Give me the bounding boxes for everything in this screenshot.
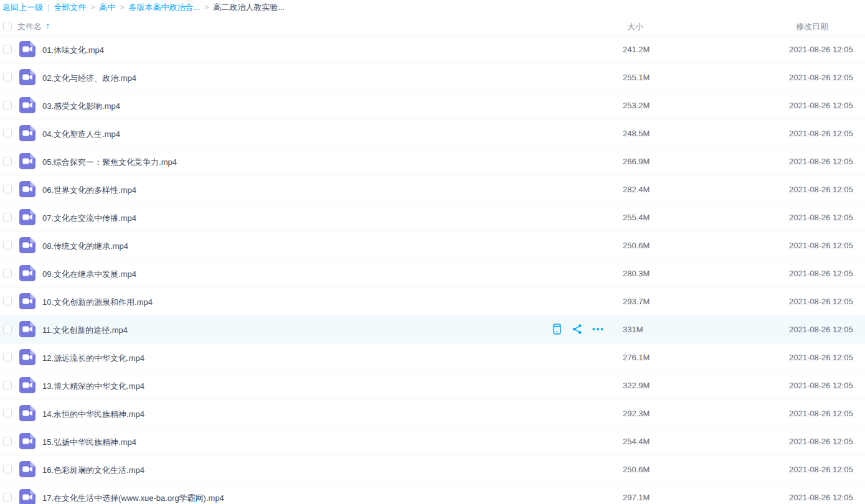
file-row[interactable]: 10.文化创新的源泉和作用.mp4 bbox=[0, 287, 865, 315]
file-row[interactable]: 14.永恒的中华民族精神.mp4 bbox=[0, 399, 865, 427]
back-to-parent-link[interactable]: 返回上一级 bbox=[2, 2, 43, 12]
file-row[interactable]: 02.文化与经济、政治.mp4 bbox=[0, 63, 865, 91]
file-name-link[interactable]: 06.世界文化的多样性.mp4 bbox=[42, 185, 136, 196]
file-size: 250.6M bbox=[623, 241, 650, 250]
file-row[interactable]: 05.综合探究一：聚焦文化竞争力.mp4 bbox=[0, 147, 865, 175]
file-row[interactable]: 17.在文化生活中选择(www.xue-ba.org学霸网).mp4 bbox=[0, 483, 865, 504]
file-name-link[interactable]: 16.色彩斑斓的文化生活.mp4 bbox=[42, 465, 144, 476]
file-modified-date: 2021-08-26 12:05 bbox=[789, 213, 853, 222]
file-size: 282.4M bbox=[623, 185, 650, 194]
file-modified-date: 2021-08-26 12:05 bbox=[789, 241, 853, 250]
file-modified-date: 2021-08-26 12:05 bbox=[789, 493, 853, 502]
file-modified-date: 2021-08-26 12:05 bbox=[789, 129, 853, 138]
file-checkbox[interactable] bbox=[3, 157, 12, 166]
file-checkbox[interactable] bbox=[3, 269, 12, 278]
video-file-icon bbox=[19, 348, 36, 366]
breadcrumb: 返回上一级 | 全部文件 > 高中 > 各版本高中政治合... > 高二政治人教… bbox=[0, 0, 865, 17]
file-checkbox[interactable] bbox=[3, 45, 12, 54]
file-name-link[interactable]: 07.文化在交流中传播.mp4 bbox=[42, 213, 136, 224]
video-file-icon bbox=[19, 320, 36, 338]
file-checkbox[interactable] bbox=[3, 213, 12, 222]
file-name-link[interactable]: 10.文化创新的源泉和作用.mp4 bbox=[42, 297, 153, 308]
file-name-link[interactable]: 02.文化与经济、政治.mp4 bbox=[42, 73, 136, 84]
video-file-icon bbox=[19, 180, 36, 198]
file-row[interactable]: 15.弘扬中华民族精神.mp4 bbox=[0, 427, 865, 455]
file-size: 255.4M bbox=[623, 213, 650, 222]
file-name-link[interactable]: 13.博大精深的中华文化.mp4 bbox=[42, 381, 144, 392]
file-row[interactable]: 04.文化塑造人生.mp4 bbox=[0, 119, 865, 147]
file-checkbox[interactable] bbox=[3, 241, 12, 250]
share-icon[interactable] bbox=[570, 322, 584, 336]
file-checkbox[interactable] bbox=[3, 101, 12, 110]
select-all-checkbox[interactable] bbox=[3, 22, 12, 30]
file-checkbox[interactable] bbox=[3, 297, 12, 306]
file-name-link[interactable]: 04.文化塑造人生.mp4 bbox=[42, 129, 120, 140]
video-file-icon bbox=[19, 96, 36, 114]
file-row[interactable]: 13.博大精深的中华文化.mp4 bbox=[0, 371, 865, 399]
file-row[interactable]: 01.体味文化.mp4 bbox=[0, 35, 865, 63]
file-modified-date: 2021-08-26 12:05 bbox=[789, 465, 853, 474]
file-size: 292.3M bbox=[623, 409, 650, 418]
file-checkbox[interactable] bbox=[3, 185, 12, 194]
file-name-link[interactable]: 11.文化创新的途径.mp4 bbox=[42, 325, 128, 336]
file-size: 280.3M bbox=[623, 269, 650, 278]
file-checkbox[interactable] bbox=[3, 325, 12, 334]
file-name-link[interactable]: 12.源远流长的中华文化.mp4 bbox=[42, 353, 144, 364]
file-name-link[interactable]: 05.综合探究一：聚焦文化竞争力.mp4 bbox=[42, 157, 177, 168]
file-name-link[interactable]: 15.弘扬中华民族精神.mp4 bbox=[42, 437, 136, 448]
breadcrumb-item-politics-collection[interactable]: 各版本高中政治合... bbox=[128, 2, 200, 12]
breadcrumb-chevron-icon: > bbox=[204, 2, 209, 12]
file-row[interactable]: 16.色彩斑斓的文化生活.mp4 bbox=[0, 455, 865, 483]
file-row[interactable]: 03.感受文化影响.mp4 bbox=[0, 91, 865, 119]
file-size: 255.1M bbox=[623, 73, 650, 82]
video-file-icon bbox=[19, 432, 36, 450]
file-row[interactable]: 09.文化在继承中发展.mp4 bbox=[0, 259, 865, 287]
save-to-device-icon[interactable] bbox=[550, 322, 564, 336]
file-row[interactable]: 06.世界文化的多样性.mp4 bbox=[0, 175, 865, 203]
file-checkbox[interactable] bbox=[3, 409, 12, 418]
file-checkbox[interactable] bbox=[3, 465, 12, 474]
video-file-icon bbox=[19, 292, 36, 310]
file-name-link[interactable]: 08.传统文化的继承.mp4 bbox=[42, 241, 128, 252]
file-row[interactable]: 08.传统文化的继承.mp4 bbox=[0, 231, 865, 259]
sort-ascending-icon[interactable]: ↑ bbox=[45, 20, 50, 30]
file-size: 254.4M bbox=[623, 437, 650, 446]
video-file-icon bbox=[19, 488, 36, 504]
file-checkbox[interactable] bbox=[3, 353, 12, 362]
file-size: 266.9M bbox=[623, 157, 650, 166]
file-checkbox[interactable] bbox=[3, 129, 12, 138]
file-checkbox[interactable] bbox=[3, 437, 12, 446]
file-name-link[interactable]: 01.体味文化.mp4 bbox=[42, 45, 104, 56]
video-file-icon bbox=[19, 40, 36, 58]
file-checkbox[interactable] bbox=[3, 493, 12, 502]
file-list: 01.体味文化.mp4 bbox=[0, 35, 865, 504]
breadcrumb-current-folder: 高二政治人教实验... bbox=[213, 2, 285, 12]
file-size: 322.9M bbox=[623, 381, 650, 390]
file-size: 248.5M bbox=[623, 129, 650, 138]
video-file-icon bbox=[19, 460, 36, 478]
file-row[interactable]: 11.文化创新的途径.mp4 bbox=[0, 315, 865, 343]
more-actions-icon[interactable] bbox=[591, 322, 605, 336]
file-row[interactable]: 12.源远流长的中华文化.mp4 bbox=[0, 343, 865, 371]
breadcrumb-item-all-files[interactable]: 全部文件 bbox=[54, 2, 86, 12]
file-name-link[interactable]: 03.感受文化影响.mp4 bbox=[42, 101, 120, 112]
video-file-icon bbox=[19, 236, 36, 254]
column-header-size: 大小 bbox=[627, 21, 643, 32]
file-checkbox[interactable] bbox=[3, 381, 12, 390]
file-row[interactable]: 07.文化在交流中传播.mp4 bbox=[0, 203, 865, 231]
breadcrumb-item-gaozhong[interactable]: 高中 bbox=[99, 2, 115, 12]
file-name-link[interactable]: 09.文化在继承中发展.mp4 bbox=[42, 269, 136, 280]
file-modified-date: 2021-08-26 12:05 bbox=[789, 437, 853, 446]
file-size: 276.1M bbox=[623, 353, 650, 362]
file-modified-date: 2021-08-26 12:05 bbox=[789, 381, 853, 390]
video-file-icon bbox=[19, 264, 36, 282]
file-modified-date: 2021-08-26 12:05 bbox=[789, 409, 853, 418]
column-header-filename[interactable]: 文件名 bbox=[17, 21, 42, 32]
file-size: 241.2M bbox=[623, 45, 650, 54]
file-checkbox[interactable] bbox=[3, 73, 12, 82]
breadcrumb-pipe-divider: | bbox=[47, 2, 49, 12]
file-modified-date: 2021-08-26 12:05 bbox=[789, 185, 853, 194]
file-name-link[interactable]: 14.永恒的中华民族精神.mp4 bbox=[42, 409, 144, 420]
video-file-icon bbox=[19, 208, 36, 226]
file-name-link[interactable]: 17.在文化生活中选择(www.xue-ba.org学霸网).mp4 bbox=[42, 493, 224, 504]
